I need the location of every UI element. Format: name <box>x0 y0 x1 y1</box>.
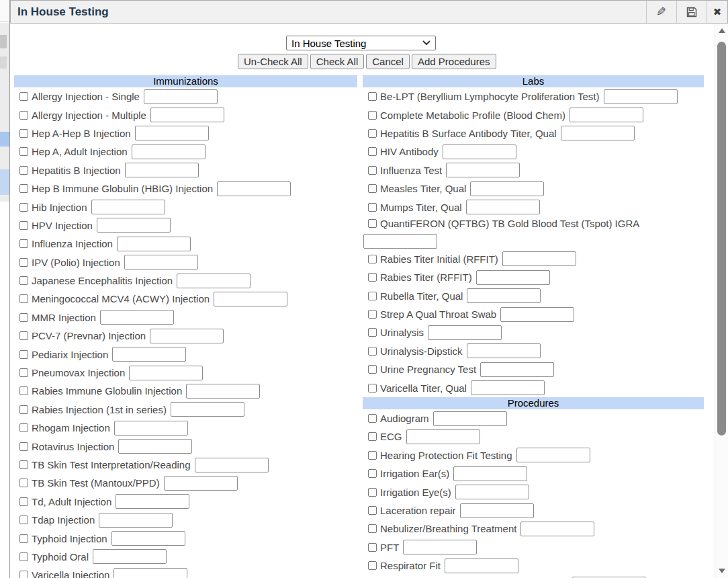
check-all-button[interactable]: Check All <box>310 54 365 69</box>
item-checkbox[interactable] <box>19 203 28 212</box>
item-value-input[interactable] <box>135 126 209 140</box>
item-checkbox[interactable] <box>19 405 28 414</box>
item-checkbox[interactable] <box>368 347 377 356</box>
item-checkbox[interactable] <box>368 524 377 533</box>
item-value-input[interactable] <box>403 540 477 554</box>
item-checkbox[interactable] <box>19 479 28 487</box>
close-button[interactable]: ✖ <box>707 1 727 23</box>
item-value-input[interactable] <box>570 108 643 122</box>
item-checkbox[interactable] <box>19 221 28 230</box>
item-checkbox[interactable] <box>368 469 377 478</box>
item-checkbox[interactable] <box>19 386 28 395</box>
item-value-input[interactable] <box>460 503 534 518</box>
item-value-input[interactable] <box>132 144 206 159</box>
item-value-input[interactable] <box>113 568 187 578</box>
item-checkbox[interactable] <box>368 129 377 138</box>
item-value-input[interactable] <box>476 270 550 285</box>
scroll-down-arrow-icon[interactable] <box>719 569 725 573</box>
item-value-input[interactable] <box>150 329 224 343</box>
item-checkbox[interactable] <box>368 111 377 120</box>
item-checkbox[interactable] <box>19 147 28 156</box>
item-checkbox[interactable] <box>19 184 28 193</box>
item-value-input[interactable] <box>520 522 594 536</box>
item-checkbox[interactable] <box>368 488 377 497</box>
item-checkbox[interactable] <box>19 571 28 578</box>
item-value-input[interactable] <box>214 292 287 306</box>
item-checkbox[interactable] <box>368 365 377 374</box>
item-value-input[interactable] <box>604 89 678 104</box>
scroll-up-arrow-icon[interactable] <box>719 28 725 33</box>
item-checkbox[interactable] <box>368 203 377 212</box>
item-value-input[interactable] <box>516 448 590 462</box>
item-value-input[interactable] <box>455 485 529 499</box>
item-checkbox[interactable] <box>19 460 28 469</box>
category-select[interactable]: In House Testing <box>286 36 436 50</box>
item-checkbox[interactable] <box>19 442 28 451</box>
item-value-input[interactable] <box>129 366 203 380</box>
item-value-input[interactable] <box>217 181 291 196</box>
item-checkbox[interactable] <box>19 331 28 340</box>
item-checkbox[interactable] <box>368 451 377 460</box>
item-value-input[interactable] <box>112 347 186 362</box>
item-value-input[interactable] <box>195 458 269 472</box>
item-checkbox[interactable] <box>19 92 28 101</box>
item-value-input[interactable] <box>117 237 191 251</box>
item-checkbox[interactable] <box>368 147 377 156</box>
item-value-input[interactable] <box>114 421 188 436</box>
item-checkbox[interactable] <box>368 92 377 101</box>
item-checkbox[interactable] <box>19 350 28 359</box>
vertical-scrollbar[interactable] <box>715 24 728 578</box>
item-value-input[interactable] <box>428 325 502 340</box>
item-value-input[interactable] <box>118 439 192 454</box>
item-checkbox[interactable] <box>19 313 28 322</box>
item-checkbox[interactable] <box>368 219 377 228</box>
item-checkbox[interactable] <box>19 552 28 561</box>
item-value-input[interactable] <box>466 200 540 214</box>
item-checkbox[interactable] <box>19 497 28 506</box>
item-value-input[interactable] <box>93 549 167 564</box>
item-checkbox[interactable] <box>368 561 377 570</box>
item-checkbox[interactable] <box>368 184 377 193</box>
item-value-input[interactable] <box>91 200 165 214</box>
item-value-input[interactable] <box>502 251 576 266</box>
item-value-input[interactable] <box>144 89 218 104</box>
item-value-input[interactable] <box>99 513 173 528</box>
item-value-input[interactable] <box>177 274 251 288</box>
item-checkbox[interactable] <box>368 414 377 423</box>
item-checkbox[interactable] <box>368 432 377 441</box>
item-value-input[interactable] <box>164 476 238 491</box>
item-value-input[interactable] <box>500 307 574 322</box>
item-value-input[interactable] <box>470 181 544 196</box>
item-checkbox[interactable] <box>19 423 28 432</box>
item-value-input[interactable] <box>406 429 480 444</box>
item-checkbox[interactable] <box>19 276 28 285</box>
item-value-input[interactable] <box>443 144 516 159</box>
item-checkbox[interactable] <box>368 328 377 337</box>
item-value-input[interactable] <box>561 126 635 140</box>
item-checkbox[interactable] <box>19 239 28 248</box>
item-checkbox[interactable] <box>368 292 377 300</box>
item-value-input[interactable] <box>124 255 198 270</box>
item-value-input[interactable] <box>186 384 260 399</box>
item-checkbox[interactable] <box>368 543 377 552</box>
item-checkbox[interactable] <box>368 310 377 319</box>
item-value-input[interactable] <box>433 411 507 426</box>
item-value-input[interactable] <box>171 402 244 417</box>
item-checkbox[interactable] <box>19 515 28 524</box>
item-checkbox[interactable] <box>19 368 28 377</box>
item-value-input[interactable] <box>97 218 171 233</box>
item-checkbox[interactable] <box>19 294 28 303</box>
add-procedures-button[interactable]: Add Procedures <box>412 54 496 69</box>
edit-button[interactable]: ✎ <box>646 1 676 23</box>
scrollbar-thumb[interactable] <box>717 42 726 436</box>
un-check-all-button[interactable]: Un-Check All <box>238 54 308 69</box>
item-value-input[interactable] <box>116 494 189 509</box>
save-button[interactable] <box>676 1 707 23</box>
item-value-input[interactable] <box>125 163 199 177</box>
item-value-input[interactable] <box>480 362 554 377</box>
item-value-input[interactable] <box>111 531 185 546</box>
item-value-input[interactable] <box>471 380 545 395</box>
item-checkbox[interactable] <box>19 534 28 543</box>
item-checkbox[interactable] <box>19 166 28 175</box>
item-checkbox[interactable] <box>19 258 28 267</box>
